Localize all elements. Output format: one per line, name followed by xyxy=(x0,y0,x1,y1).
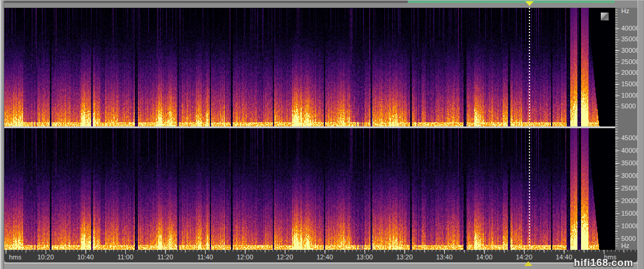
spectrogram-right-channel[interactable] xyxy=(4,128,615,250)
time-tick-label: 14:00 xyxy=(464,253,504,261)
freq-tick-label: 25000 xyxy=(621,56,640,68)
freq-unit-label-bottom: Hz xyxy=(621,242,629,249)
time-unit-label-left: hms xyxy=(9,253,22,261)
freq-tick-label: 35000 xyxy=(621,34,640,45)
spectrogram-display[interactable] xyxy=(4,8,615,250)
freq-tick-label: 30000 xyxy=(621,170,640,182)
time-tick-label: 10:20 xyxy=(26,253,66,261)
time-tick-label: 10:40 xyxy=(65,253,106,261)
freq-tick-label: 45000 xyxy=(621,132,640,144)
freq-tick-label: 40000 xyxy=(621,23,640,34)
window-frame-bottom xyxy=(0,262,644,269)
time-tick-label: 12:00 xyxy=(225,253,265,261)
overview-selection-highlight[interactable] xyxy=(408,1,615,3)
time-tick-label: 14:20 xyxy=(504,253,544,261)
playhead-marker-bottom-icon[interactable] xyxy=(524,261,532,266)
time-tick-label: 13:20 xyxy=(384,253,425,261)
overview-scrollbar[interactable] xyxy=(4,0,637,8)
freq-tick-label: 5000 xyxy=(621,101,640,112)
freq-tick-label: 10000 xyxy=(621,90,640,101)
freq-tick-label: 40000 xyxy=(621,144,640,157)
freq-tick-label: 10000 xyxy=(621,220,640,232)
time-tick-label: 11:40 xyxy=(185,253,225,261)
freq-tick-label: 30000 xyxy=(621,45,640,56)
freq-tick-label: 20000 xyxy=(621,67,640,78)
watermark: hifi168.com xyxy=(574,257,633,269)
frequency-tick-marks xyxy=(615,7,618,248)
freq-axis-top-labels: 400003500030000250002000015000100005000 xyxy=(621,23,640,113)
window-frame-left xyxy=(0,0,4,269)
corner-grip-icon[interactable] xyxy=(601,13,609,20)
playhead-marker-top-icon[interactable] xyxy=(525,1,534,6)
time-tick-label: 13:40 xyxy=(425,253,465,261)
freq-tick-label: 35000 xyxy=(621,157,640,170)
audio-editor-window: Hz 4000035000300002500020000150001000050… xyxy=(0,0,644,269)
time-tick-label: 11:20 xyxy=(145,253,185,261)
time-axis-labels: 10:2010:4011:0011:2011:4012:0012:2012:40… xyxy=(26,250,637,261)
freq-tick-label: 25000 xyxy=(621,182,640,195)
freq-tick-label: 15000 xyxy=(621,207,640,220)
freq-axis-bottom-labels: 4500040000350003000025000200001500010000… xyxy=(621,132,640,245)
spectrogram-left-channel[interactable] xyxy=(4,8,615,126)
overview-track xyxy=(4,1,408,3)
frequency-ruler[interactable]: Hz 4000035000300002500020000150001000050… xyxy=(615,5,637,250)
freq-tick-label: 20000 xyxy=(621,195,640,207)
time-tick-label: 11:00 xyxy=(106,253,146,261)
window-frame-top xyxy=(0,0,644,1)
time-tick-label: 12:40 xyxy=(305,253,345,261)
window-frame-right xyxy=(637,0,644,269)
time-ruler[interactable]: hms 10:2010:4011:0011:2011:4012:0012:201… xyxy=(4,250,637,262)
playhead-line[interactable] xyxy=(529,8,530,250)
freq-tick-label: 15000 xyxy=(621,78,640,90)
time-tick-label: 13:00 xyxy=(345,253,385,261)
time-tick-label: 12:20 xyxy=(265,253,305,261)
freq-unit-label-top: Hz xyxy=(621,7,629,14)
